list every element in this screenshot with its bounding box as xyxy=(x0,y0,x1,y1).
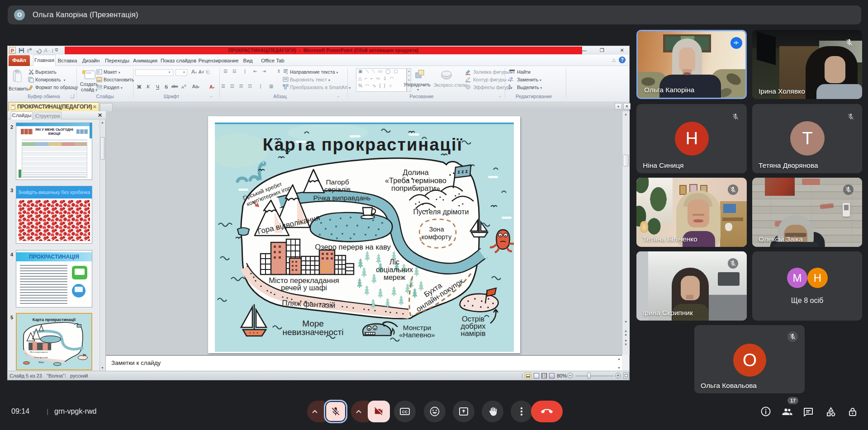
svg-text:Ліс: Ліс xyxy=(389,258,399,266)
svg-text:намірів: намірів xyxy=(461,329,486,337)
svg-text:Озеро перерв на каву: Озеро перерв на каву xyxy=(315,243,391,251)
svg-text:Море: Море xyxy=(38,361,44,364)
svg-text:Пустеля дрімоти: Пустеля дрімоти xyxy=(413,208,469,216)
svg-text:Річка виправдань: Річка виправдань xyxy=(313,194,371,202)
svg-text:Зона: Зона xyxy=(429,226,445,233)
svg-text:комфорту: комфорту xyxy=(422,233,452,241)
svg-text:z z z: z z z xyxy=(457,168,468,175)
svg-text:соціальних: соціальних xyxy=(376,266,413,274)
svg-text:CC: CC xyxy=(402,410,408,414)
svg-text:-: - xyxy=(33,48,35,53)
svg-text:невизначеності: невизначеності xyxy=(282,327,343,337)
svg-text:Море: Море xyxy=(302,319,324,328)
svg-text:Пагорб: Пагорб xyxy=(326,178,349,186)
svg-text:«Треба терміново: «Треба терміново xyxy=(385,176,446,184)
svg-text:-: - xyxy=(48,48,50,53)
svg-text:A: A xyxy=(43,47,47,54)
svg-text:Долина: Долина xyxy=(403,168,429,176)
svg-text:Карта прокрастинації: Карта прокрастинації xyxy=(263,135,463,154)
svg-text:Монстри: Монстри xyxy=(403,324,431,331)
svg-text:мереж: мереж xyxy=(384,274,406,281)
svg-text:Місто перекладання: Місто перекладання xyxy=(30,351,48,353)
svg-text:|: | xyxy=(52,48,53,53)
svg-text:«Напевно»: «Напевно» xyxy=(399,331,435,339)
svg-text:серіалів: серіалів xyxy=(324,185,351,193)
svg-text:речей у шафі: речей у шафі xyxy=(281,284,327,292)
svg-text:Карта прокрастинації: Карта прокрастинації xyxy=(33,318,76,322)
svg-text:Пляж фантазій: Пляж фантазій xyxy=(34,356,48,359)
svg-text:поприбирати»: поприбирати» xyxy=(391,184,440,192)
